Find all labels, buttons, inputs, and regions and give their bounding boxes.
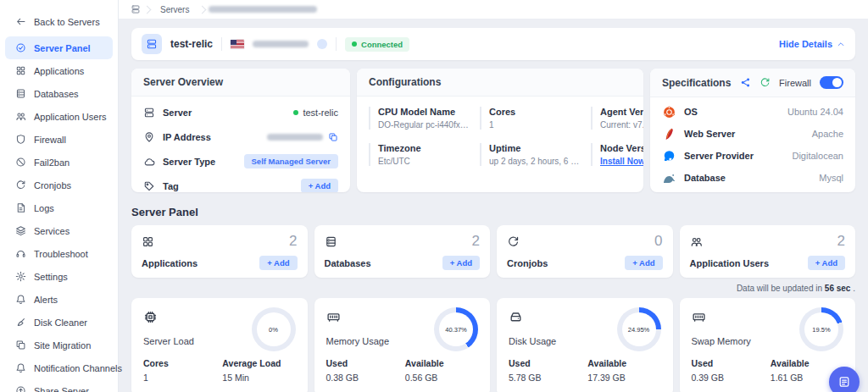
add-database-button[interactable]: + Add <box>442 256 480 270</box>
update-seconds: 56 sec <box>825 284 851 293</box>
ban-icon <box>15 157 26 168</box>
status-dot-icon <box>293 110 298 115</box>
gauge-label: Server Load <box>143 336 194 346</box>
sidebar-item-share-server[interactable]: Share Server <box>5 379 113 392</box>
sidebar-item-settings[interactable]: Settings <box>5 265 113 288</box>
sidebar-item-label: Share Server <box>34 386 89 392</box>
cronjobs-card[interactable]: 0 Cronjobs + Add <box>497 225 673 278</box>
spec-row-database: Database Mysql <box>662 167 843 189</box>
configurations-grid: CPU Model Name DO-Regular pc-i440fx-6...… <box>357 97 643 176</box>
firewall-toggle[interactable] <box>820 76 843 89</box>
config-label: Timezone <box>378 143 471 153</box>
sidebar-item-site-migration[interactable]: Site Migration <box>5 334 113 356</box>
content: test-relic Connected Hide Details <box>119 19 868 392</box>
firewall-label: Firewall <box>779 78 811 88</box>
application-users-card[interactable]: 2 Application Users + Add <box>680 225 856 278</box>
resource-gauges: Server Load 0% Cores 1 Average Load <box>131 298 855 392</box>
gauge-top: Swap Memory 19.5% <box>692 307 844 351</box>
hide-details-button[interactable]: Hide Details <box>779 39 845 49</box>
row-label: Tag <box>163 181 179 191</box>
sidebar-item-label: Disk Cleaner <box>34 317 87 328</box>
document-icon <box>15 202 26 213</box>
ubuntu-logo-icon <box>662 105 676 119</box>
update-prefix: Data will be updated in <box>737 284 825 293</box>
sidebar-item-applications[interactable]: Applications <box>5 59 113 82</box>
database-icon <box>325 235 337 248</box>
add-cronjob-button[interactable]: + Add <box>625 256 662 270</box>
stat-label: Databases <box>325 258 371 268</box>
sidebar-item-notification-channels[interactable]: Notification Channels <box>5 356 113 379</box>
overview-row: Server Overview Server test-relic <box>131 69 855 192</box>
databases-card[interactable]: 2 Databases + Add <box>314 225 491 278</box>
gauge-stats: Used 5.78 GB Available 17.39 GB <box>509 358 661 383</box>
stat-label: Average Load <box>222 358 295 368</box>
specifications-actions: Firewall <box>740 76 843 89</box>
note-icon <box>837 375 851 389</box>
applications-card[interactable]: 2 Applications + Add <box>131 225 308 278</box>
sidebar-item-cronjobs[interactable]: Cronjobs <box>5 174 113 196</box>
sidebar-item-databases[interactable]: Databases <box>5 82 113 105</box>
stat-bottom: Cronjobs + Add <box>507 256 663 270</box>
breadcrumb-servers[interactable]: Servers <box>153 5 196 14</box>
install-now-link[interactable]: Install Now <box>600 157 643 166</box>
disk-icon <box>509 310 523 324</box>
spec-value: Mysql <box>819 173 843 183</box>
gauge-label: Memory Usage <box>326 336 390 346</box>
share-icon[interactable] <box>740 77 751 88</box>
refresh-icon[interactable] <box>760 77 771 88</box>
gauge-top: Disk Usage 24.95% <box>509 307 661 351</box>
sidebar-item-label: Fail2ban <box>34 157 70 168</box>
spec-value: Apache <box>812 129 843 139</box>
stat-bottom: Databases + Add <box>325 256 481 270</box>
add-application-user-button[interactable]: + Add <box>808 256 845 270</box>
config-timezone: Timezone Etc/UTC <box>369 143 471 166</box>
sidebar-item-alerts[interactable]: Alerts <box>5 288 113 311</box>
grid-icon <box>142 235 154 248</box>
gauge-stat-left: Cores 1 <box>143 358 216 383</box>
sidebar-item-server-panel[interactable]: Server Panel <box>5 36 113 59</box>
gauge-left: Disk Usage <box>509 307 556 351</box>
add-application-button[interactable]: + Add <box>259 256 297 270</box>
sidebar-item-troubleshoot[interactable]: Troubleshoot <box>5 242 113 265</box>
copy-icon[interactable] <box>328 132 338 142</box>
config-label: Agent Version <box>600 107 643 117</box>
config-value: up 2 days, 2 hours, 6 min... <box>489 157 582 166</box>
sidebar-item-application-users[interactable]: Application Users <box>5 105 113 128</box>
sidebar-item-fail2ban[interactable]: Fail2ban <box>5 151 113 174</box>
ip-value <box>267 132 338 142</box>
main-area: Servers test-relic Connected <box>119 0 868 392</box>
stat-top: 0 <box>507 233 663 250</box>
sidebar-item-logs[interactable]: Logs <box>5 196 113 219</box>
gauge-top: Server Load 0% <box>143 307 296 351</box>
copy-icon <box>15 340 26 351</box>
back-label: Back to Servers <box>34 17 100 27</box>
shield-icon <box>15 134 26 145</box>
stat-bottom: Applications + Add <box>142 256 298 270</box>
gauge-label: Disk Usage <box>509 336 556 346</box>
specifications-header: Specifications Firewall <box>650 69 855 97</box>
chevron-separator-icon <box>143 5 152 14</box>
stat-label: Used <box>326 358 399 368</box>
stat-label: Available <box>405 358 478 368</box>
gauge-percent: 0% <box>257 312 291 346</box>
ip-info-badge[interactable] <box>317 39 327 49</box>
server-value: test-relic <box>293 108 338 118</box>
sidebar-item-firewall[interactable]: Firewall <box>5 128 113 151</box>
stat-top: 2 <box>142 233 298 250</box>
stat-value: 15 Min <box>222 373 295 383</box>
breadcrumb-current-blurred <box>209 6 317 13</box>
refresh-icon <box>507 235 520 248</box>
server-name: test-relic <box>170 38 213 50</box>
server-info-bar: test-relic Connected Hide Details <box>131 28 855 60</box>
support-chat-button[interactable] <box>829 367 860 392</box>
sidebar-item-services[interactable]: Services <box>5 219 113 242</box>
config-label: Cores <box>489 107 582 117</box>
gauge-percent: 24.95% <box>622 312 656 346</box>
add-tag-button[interactable]: + Add <box>301 179 338 192</box>
ip-blurred <box>267 134 323 141</box>
headset-icon <box>15 248 26 259</box>
stat-label: Cores <box>143 358 216 368</box>
sidebar-item-disk-cleaner[interactable]: Disk Cleaner <box>5 311 113 334</box>
specifications-card: Specifications Firewall OS Ubuntu 24. <box>650 69 855 192</box>
sidebar-back-to-servers[interactable]: Back to Servers <box>5 10 113 33</box>
